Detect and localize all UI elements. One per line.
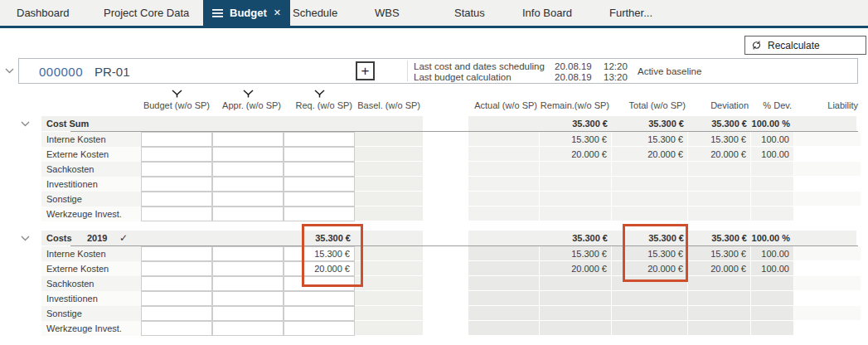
cell-deviation — [688, 291, 751, 306]
cell-budget[interactable] — [141, 192, 212, 207]
group-title: Cost Sum — [46, 116, 89, 131]
cell-remain — [540, 321, 612, 336]
summary-deviation: 35.300 € — [688, 116, 747, 131]
cell-budget[interactable] — [141, 147, 212, 162]
cell-pct: 100.00 % — [751, 246, 794, 261]
cell-budget[interactable] — [141, 177, 212, 192]
active-check-icon[interactable]: ✓ — [119, 231, 128, 245]
cell-budget[interactable] — [141, 132, 212, 147]
close-icon[interactable]: ✕ — [274, 7, 281, 18]
cell-req[interactable] — [284, 306, 355, 321]
column-header-req: Req. (w/o SP) — [284, 100, 352, 111]
group-header-left — [41, 116, 423, 131]
cell-actual — [468, 207, 540, 221]
row-label: Externe Kosten — [41, 147, 141, 162]
cell-appr[interactable] — [212, 261, 284, 276]
cell-pct — [751, 291, 794, 306]
column-header-remain: Remain.(w/o SP) — [540, 100, 609, 111]
row-label: Werkzeuge Invest. — [41, 207, 141, 221]
cell-liability — [794, 192, 861, 207]
cell-total — [612, 162, 688, 177]
cell-appr[interactable] — [212, 306, 284, 321]
cell-actual — [468, 132, 540, 147]
cell-pct: 100.00 % — [751, 132, 794, 147]
cell-appr[interactable] — [212, 192, 284, 207]
column-header-budget: Budget (w/o SP) — [141, 100, 210, 111]
cell-req[interactable] — [284, 321, 355, 336]
cell-budget[interactable] — [141, 291, 212, 306]
cell-appr[interactable] — [212, 276, 284, 291]
cell-pct — [751, 162, 794, 177]
cell-remain — [540, 207, 612, 221]
cell-basel — [355, 162, 423, 177]
cell-pct: 100.00 % — [751, 261, 794, 276]
group-collapse-chevron-icon[interactable] — [20, 235, 31, 242]
cell-total: 15.300 € — [612, 132, 688, 147]
cost-grid: Budget (w/o SP)Appr. (w/o SP)Req. (w/o S… — [0, 0, 868, 345]
cell-remain: 15.300 € — [540, 132, 612, 147]
cell-budget[interactable] — [141, 321, 212, 336]
summary-remain: 35.300 € — [540, 116, 608, 131]
cell-budget[interactable] — [141, 162, 212, 177]
cell-req[interactable] — [284, 291, 355, 306]
column-header-basel: Basel. (w/o SP) — [355, 100, 420, 111]
summary-remain: 35.300 € — [540, 231, 608, 245]
summary-pct: 100.00 % — [751, 116, 790, 131]
cell-pct: 100.00 % — [751, 147, 794, 162]
cell-basel — [355, 321, 423, 336]
cell-deviation — [688, 306, 751, 321]
cell-actual — [468, 246, 540, 261]
cell-liability — [794, 207, 861, 221]
cell-actual — [468, 177, 540, 192]
cell-budget[interactable] — [141, 207, 212, 221]
cell-pct — [751, 192, 794, 207]
cell-liability — [794, 321, 861, 336]
cell-budget[interactable] — [141, 306, 212, 321]
cell-liability — [794, 261, 861, 276]
cell-basel — [355, 276, 423, 291]
cell-appr[interactable] — [212, 246, 284, 261]
tab-budget[interactable]: Budget✕ — [203, 0, 290, 26]
cell-req[interactable] — [284, 132, 355, 147]
cell-budget[interactable] — [141, 246, 212, 261]
cell-appr[interactable] — [212, 291, 284, 306]
cell-remain: 15.300 € — [540, 246, 612, 261]
cell-req[interactable] — [284, 207, 355, 221]
column-header-total: Total (w/o SP) — [612, 100, 686, 111]
row-label: Werkzeuge Invest. — [41, 321, 141, 336]
highlight-box-total-column — [623, 224, 688, 282]
cell-appr[interactable] — [212, 207, 284, 221]
cell-deviation — [688, 321, 751, 336]
cell-liability — [794, 246, 861, 261]
cell-req[interactable] — [284, 147, 355, 162]
cell-budget[interactable] — [141, 276, 212, 291]
cell-req[interactable] — [284, 177, 355, 192]
cell-actual — [468, 276, 540, 291]
row-label: Interne Kosten — [41, 246, 141, 261]
cell-liability — [794, 177, 861, 192]
cell-appr[interactable] — [212, 147, 284, 162]
cell-appr[interactable] — [212, 162, 284, 177]
cell-remain — [540, 291, 612, 306]
cell-budget[interactable] — [141, 261, 212, 276]
cell-deviation — [688, 192, 751, 207]
cell-remain — [540, 306, 612, 321]
budget-module-window: DashboardProject Core DataBudget✕Schedul… — [0, 0, 868, 345]
filter-icon — [171, 89, 182, 98]
cell-basel — [355, 177, 423, 192]
cell-req[interactable] — [284, 162, 355, 177]
cell-actual — [468, 321, 540, 336]
summary-deviation: 35.300 € — [688, 231, 747, 245]
row-label: Sachkosten — [41, 276, 141, 291]
cell-total — [612, 306, 688, 321]
row-label: Sonstige — [41, 192, 141, 207]
cell-appr[interactable] — [212, 132, 284, 147]
cell-basel — [355, 291, 423, 306]
cell-req[interactable] — [284, 192, 355, 207]
group-collapse-chevron-icon[interactable] — [20, 120, 31, 128]
cell-appr[interactable] — [212, 177, 284, 192]
cell-deviation — [688, 177, 751, 192]
row-label: Interne Kosten — [41, 132, 141, 147]
cell-appr[interactable] — [212, 321, 284, 336]
menu-hamburger-icon[interactable] — [212, 9, 223, 17]
